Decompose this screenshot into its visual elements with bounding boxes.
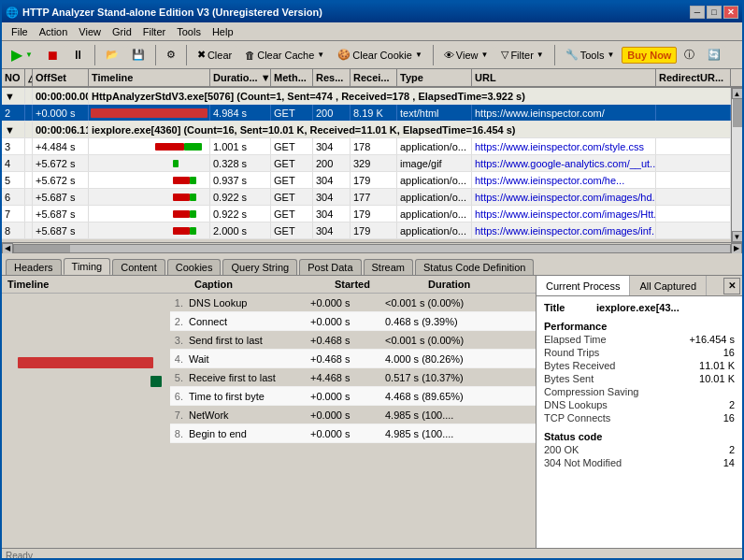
open-button[interactable]: 📂 [100,46,124,64]
tab-stream[interactable]: Stream [364,259,413,275]
row-duration-5: 0.937 s [210,172,271,188]
data-row-4[interactable]: 4 +5.672 s 0.328 s GET 200 329 image/gif… [2,155,731,172]
menu-tools[interactable]: Tools [171,24,207,39]
row-type-5: application/o... [397,172,472,188]
close-button[interactable]: ✕ [723,6,738,19]
refresh-button[interactable]: 🔄 [702,46,726,64]
tab-query-string[interactable]: Query String [222,259,297,275]
buy-now-button[interactable]: Buy Now [622,47,677,64]
save-button[interactable]: 💾 [126,46,150,64]
group-expand-1[interactable]: ▼ [2,88,25,104]
vscroll-thumb[interactable] [733,99,742,127]
timing-caption-8: Begin to end [185,428,307,439]
row-offset-2: +0.000 s [33,105,89,121]
data-row-6[interactable]: 6 +5.687 s 0.922 s GET 304 177 applicati… [2,189,731,206]
clear-cookie-button[interactable]: 🍪 Clear Cookie ▼ [332,46,428,64]
info-button[interactable]: ⓘ [679,45,700,65]
right-panel-close-button[interactable]: ✕ [723,278,740,294]
col-redirect[interactable]: RedirectUR... [656,69,731,86]
tab-headers[interactable]: Headers [6,259,62,275]
timing-caption-5: Receive first to last [185,372,307,383]
hscroll-track[interactable] [13,244,731,253]
maximize-button[interactable]: □ [707,6,722,19]
filter-label: Filter [510,50,533,61]
dns-lookups-value: 2 [729,399,735,410]
vscroll-track[interactable] [732,99,742,231]
timing-row-8: 8. Begin to end +0.000 s 4.985 s (100...… [170,424,536,443]
hscroll-left-btn[interactable]: ◀ [2,243,13,254]
settings-button[interactable]: ⚙ [161,46,181,64]
tcp-connects-row: TCP Connects 16 [544,412,735,424]
menu-view[interactable]: View [73,24,107,39]
group-row-1[interactable]: ▼ 00:00:00.000 HttpAnalyzerStdV3.exe[507… [2,88,731,105]
row-redirect-2 [656,105,731,121]
group-offset-2: 00:00:06.110 [33,122,89,137]
right-tab-all[interactable]: All Captured [630,276,707,295]
menu-action[interactable]: Action [34,24,74,39]
menu-help[interactable]: Help [207,24,239,39]
right-tab-current[interactable]: Current Process [537,276,630,295]
bytes-received-row: Bytes Received 11.01 K [544,360,735,371]
col-timeline[interactable]: Timeline [89,69,210,86]
view-button[interactable]: 👁 View ▼ [438,47,494,64]
row-receive-4: 329 [351,155,397,171]
open-icon: 📂 [106,49,119,61]
data-row-7[interactable]: 7 +5.687 s 0.922 s GET 304 179 applicati… [2,206,731,223]
grid-hscroll[interactable]: ◀ ▶ [2,242,742,253]
tools-label: Tools [580,50,605,61]
stop-button[interactable]: ⏹ [40,45,64,65]
vscroll-up-btn[interactable]: ▲ [732,88,743,99]
titlebar-left: 🌐 HTTP Analyzer Stand-alone Edition V3 (… [6,7,322,19]
tab-cookies[interactable]: Cookies [167,259,222,275]
data-row-3[interactable]: 3 +4.484 s 1.001 s GET 304 178 applicati… [2,138,731,155]
row-timeline-8 [89,223,210,238]
minimize-button[interactable]: ─ [690,6,705,19]
tab-content[interactable]: Content [112,259,165,275]
hscroll-right-btn[interactable]: ▶ [731,243,742,254]
timing-num-1: 1. [170,297,185,309]
col-receive[interactable]: Recei... [351,69,397,86]
col-response[interactable]: Res... [313,69,351,86]
timing-caption-4: Wait [185,353,307,365]
right-panel-title: Title iexplore.exe[43... [544,302,735,313]
filter-button[interactable]: ▽ Filter ▼ [495,46,549,64]
vscroll-down-btn[interactable]: ▼ [732,231,743,242]
main-area: NO △ OffSet Timeline Duratio... ▼ Meth..… [2,69,742,560]
round-trips-value: 16 [723,347,735,358]
timing-row-3: 3. Send first to last +0.468 s <0.001 s … [170,331,536,350]
menu-file[interactable]: File [6,24,34,39]
row-duration-4: 0.328 s [210,155,271,171]
row-type-6: application/o... [397,189,472,205]
tab-post-data[interactable]: Post Data [299,259,361,275]
play-button[interactable]: ▶ ▼ [6,43,38,66]
grid-vscroll[interactable]: ▲ ▼ [731,88,742,242]
row-response-7: 304 [313,206,351,222]
row-offset-7: +5.687 s [33,206,89,222]
tab-timing[interactable]: Timing [64,258,111,275]
row-redirect-6 [656,189,731,205]
col-method[interactable]: Meth... [271,69,313,86]
group-row-2[interactable]: ▼ 00:00:06.110 iexplore.exe[4360] (Count… [2,122,731,138]
menu-grid[interactable]: Grid [107,24,137,39]
data-row-2[interactable]: 2 +0.000 s 4.984 s GET 200 8.19 K text/h… [2,105,731,122]
status-section-label: Status code [544,431,735,442]
data-row-5[interactable]: 5 +5.672 s 0.937 s GET 304 179 applicati… [2,172,731,189]
bytes-received-value: 11.01 K [699,360,735,371]
tab-status-code[interactable]: Status Code Definition [415,259,534,275]
timing-started-1: +0.000 s [307,297,381,309]
tl-bar-6 [4,391,168,409]
group-expand-2[interactable]: ▼ [2,122,25,137]
menu-filter[interactable]: Filter [137,24,171,39]
col-type[interactable]: Type [397,69,472,86]
pause-button[interactable]: ⏸ [66,45,90,65]
clear-button[interactable]: ✖ Clear [192,46,237,64]
col-url[interactable]: URL [472,69,656,86]
clear-cache-arrow-icon: ▼ [317,50,324,59]
col-offset[interactable]: OffSet [33,69,89,86]
clear-cache-button[interactable]: 🗑 Clear Cache ▼ [239,47,330,64]
detail-tabs: Headers Timing Content Cookies Query Str… [2,253,742,276]
data-row-8[interactable]: 8 +5.687 s 2.000 s GET 304 179 applicati… [2,223,731,239]
col-duration[interactable]: Duratio... ▼ [210,69,271,86]
tools-button[interactable]: 🔧 Tools ▼ [560,46,621,64]
hscroll-thumb[interactable] [14,245,70,252]
